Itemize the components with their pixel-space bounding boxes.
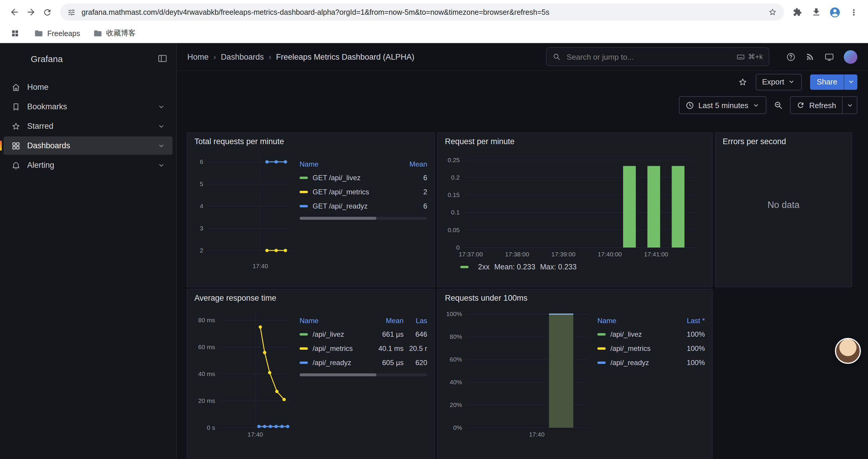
- series-name[interactable]: GET /api/_metrics: [313, 188, 395, 196]
- legend-col-last[interactable]: Las: [404, 317, 427, 325]
- legend-scrollbar[interactable]: [300, 373, 427, 376]
- dashboards-grid-icon: [11, 141, 21, 150]
- chevron-down-icon[interactable]: [157, 161, 165, 169]
- legend-col-name[interactable]: Name: [300, 160, 395, 168]
- svg-text:80%: 80%: [450, 333, 462, 340]
- series-name[interactable]: GET /api/_readyz: [313, 202, 395, 210]
- search-icon: [553, 53, 561, 61]
- bookmark-folder-freeleaps[interactable]: Freeleaps: [34, 29, 80, 38]
- export-button[interactable]: Export: [755, 73, 802, 90]
- series-name[interactable]: /api/_metrics: [313, 345, 366, 353]
- collapse-sidebar-icon[interactable]: [157, 53, 168, 64]
- panel-title[interactable]: Average response time: [187, 290, 434, 304]
- no-data-message: No data: [716, 147, 851, 262]
- bookmark-label: Freeleaps: [47, 29, 80, 37]
- address-bar[interactable]: grafana.mathmast.com/d/deytv4rwavabkb/fr…: [60, 4, 784, 21]
- sidebar-item-dashboards[interactable]: Dashboards: [4, 136, 173, 155]
- legend-col-name[interactable]: Name: [300, 317, 366, 325]
- bookmark-star-icon[interactable]: [768, 8, 777, 17]
- legend-col-mean[interactable]: Mean: [366, 317, 404, 325]
- forward-button[interactable]: [23, 4, 39, 21]
- browser-menu-button[interactable]: [845, 4, 862, 21]
- scrollbar-thumb[interactable]: [300, 217, 376, 220]
- series-swatch: [597, 333, 606, 335]
- sidebar: Grafana Home Bookmarks Starred: [0, 43, 177, 459]
- average-response-chart[interactable]: 80 ms60 ms40 ms20 ms0 s17:40: [192, 304, 296, 441]
- panel-title[interactable]: Total requests per minute: [187, 133, 434, 147]
- series-name[interactable]: /api/_metrics: [610, 345, 674, 353]
- zoom-out-icon[interactable]: [774, 100, 783, 110]
- browser-toolbar: grafana.mathmast.com/d/deytv4rwavabkb/fr…: [0, 0, 868, 24]
- series-mean: Mean: 0.233: [494, 263, 535, 271]
- url-text[interactable]: grafana.mathmast.com/d/deytv4rwavabkb/fr…: [82, 8, 768, 16]
- sidebar-item-starred[interactable]: Starred: [4, 117, 173, 135]
- total-requests-chart[interactable]: 6543217:40: [192, 147, 296, 272]
- main-area: Home Dashboards Freeleaps Metrics Dashbo…: [177, 43, 868, 459]
- panel-title[interactable]: Requests under 100ms: [438, 290, 712, 304]
- series-name[interactable]: 2xx: [478, 263, 490, 271]
- series-mean: 2: [395, 188, 427, 196]
- search-box[interactable]: ⌘+k: [546, 47, 769, 66]
- series-name[interactable]: /api/_readyz: [313, 359, 366, 367]
- svg-text:3: 3: [200, 225, 203, 232]
- chevron-down-icon[interactable]: [157, 102, 165, 111]
- legend-scrollbar[interactable]: [300, 217, 427, 220]
- breadcrumb-current: Freeleaps Metrics Dashboard (ALPHA): [276, 52, 414, 61]
- profile-button[interactable]: [827, 4, 843, 21]
- panel-title[interactable]: Request per minute: [438, 133, 712, 147]
- legend-col-mean[interactable]: Mean: [395, 160, 427, 168]
- back-button[interactable]: [6, 4, 23, 21]
- bookmark-folder-blogs[interactable]: 收藏博客: [93, 28, 135, 38]
- site-settings-icon[interactable]: [67, 8, 75, 16]
- legend-table: Name Mean Las /api/_livez 661 µs 646: [300, 314, 427, 441]
- help-icon[interactable]: [786, 52, 796, 62]
- user-avatar[interactable]: [844, 50, 857, 64]
- breadcrumb-dashboards[interactable]: Dashboards: [221, 52, 264, 61]
- svg-text:4: 4: [200, 203, 203, 209]
- svg-text:0.1: 0.1: [451, 209, 460, 216]
- legend-col-name[interactable]: Name: [597, 317, 674, 325]
- monitor-icon[interactable]: [824, 52, 834, 62]
- share-button[interactable]: Share: [810, 74, 844, 90]
- refresh-button[interactable]: Refresh: [790, 96, 843, 114]
- reload-button[interactable]: [39, 4, 56, 21]
- sidebar-item-bookmarks[interactable]: Bookmarks: [4, 97, 173, 116]
- svg-text:0.25: 0.25: [447, 157, 460, 163]
- downloads-button[interactable]: [808, 4, 824, 21]
- svg-text:40%: 40%: [450, 379, 462, 386]
- svg-text:40 ms: 40 ms: [198, 370, 215, 377]
- favorite-star-icon[interactable]: [738, 77, 747, 87]
- back-arrow-icon: [9, 7, 19, 17]
- panel-total-requests: Total requests per minute 6543217:40 Nam…: [187, 132, 435, 287]
- series-mean: 6: [395, 202, 427, 210]
- grafana-logo-icon[interactable]: [9, 51, 25, 66]
- legend-row: /api/_metrics 100%: [597, 341, 705, 356]
- request-per-minute-chart[interactable]: 0.250.20.150.10.05017:37:0017:38:0017:39…: [442, 147, 703, 261]
- scrollbar-thumb[interactable]: [300, 373, 376, 376]
- series-name[interactable]: /api/_livez: [313, 330, 366, 338]
- series-last: 100%: [674, 345, 705, 353]
- share-dropdown-button[interactable]: [844, 74, 857, 90]
- assistant-avatar[interactable]: [835, 338, 861, 364]
- sidebar-item-alerting[interactable]: Alerting: [4, 156, 173, 174]
- bookmark-label: 收藏博客: [106, 28, 135, 38]
- apps-grid-button[interactable]: [8, 27, 21, 40]
- refresh-interval-dropdown[interactable]: [843, 96, 857, 114]
- time-range-picker[interactable]: Last 5 minutes: [679, 96, 767, 114]
- panel-title[interactable]: Errors per second: [716, 133, 851, 147]
- rss-icon[interactable]: [805, 52, 815, 61]
- screen: grafana.mathmast.com/d/deytv4rwavabkb/fr…: [0, 0, 868, 459]
- chevron-down-icon[interactable]: [157, 141, 165, 150]
- legend-col-last[interactable]: Last *: [674, 317, 705, 325]
- extensions-button[interactable]: [789, 4, 805, 21]
- series-last: 100%: [674, 330, 705, 338]
- search-input[interactable]: [565, 52, 732, 62]
- sidebar-item-home[interactable]: Home: [4, 78, 173, 96]
- svg-text:17:38:00: 17:38:00: [505, 251, 529, 258]
- under-100ms-chart[interactable]: 100%80%60%40%20%0%17:40: [442, 304, 594, 441]
- svg-text:0 s: 0 s: [207, 424, 215, 431]
- series-name[interactable]: /api/_livez: [610, 330, 674, 338]
- breadcrumb-home[interactable]: Home: [187, 52, 209, 61]
- series-name[interactable]: GET /api/_livez: [313, 174, 395, 182]
- chevron-down-icon[interactable]: [157, 122, 165, 130]
